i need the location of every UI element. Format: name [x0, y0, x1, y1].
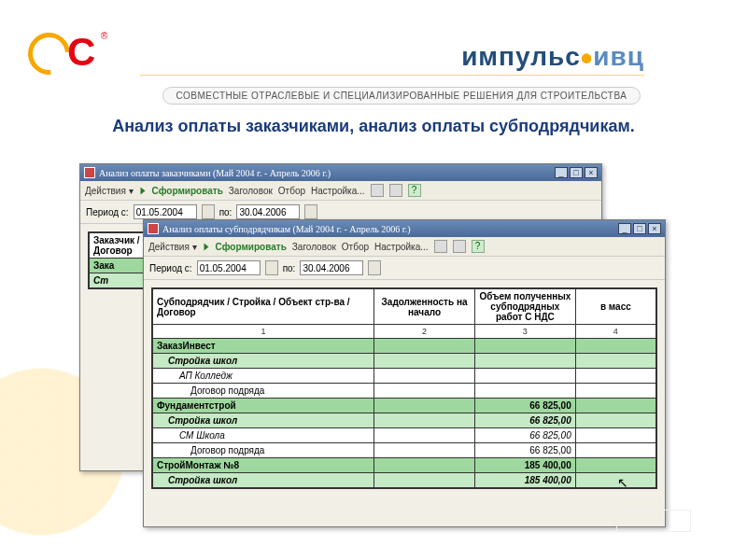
table-row[interactable]: Стройка школ — [153, 354, 656, 369]
actions-menu[interactable]: Действия ▾ — [85, 186, 134, 196]
minimize-button[interactable]: _ — [618, 223, 631, 234]
tool-icon[interactable] — [434, 240, 447, 253]
period-to-label: по: — [283, 263, 296, 273]
col-num: 3 — [474, 325, 575, 339]
date-picker-icon[interactable] — [304, 204, 317, 219]
report-grid: Субподрядчик / Стройка / Объект стр-ва /… — [151, 287, 657, 489]
table-row[interactable]: Стройка школ185 400,00 — [153, 473, 656, 488]
footer-slot — [616, 510, 691, 532]
header-link[interactable]: Заголовок — [292, 242, 336, 252]
table-row[interactable]: СтройМонтаж №8185 400,00 — [153, 458, 656, 473]
filter-link[interactable]: Отбор — [342, 242, 369, 252]
form-button[interactable]: Сформировать — [152, 186, 223, 196]
col-header: Субподрядчик / Стройка / Объект стр-ва /… — [153, 289, 374, 325]
date-picker-icon[interactable] — [202, 204, 215, 219]
table-row[interactable]: Договор подряда66 825,00 — [153, 443, 656, 458]
date-picker-icon[interactable] — [265, 260, 278, 275]
filter-link[interactable]: Отбор — [278, 186, 305, 196]
setup-link[interactable]: Настройка... — [311, 186, 365, 196]
app-icon — [84, 167, 95, 178]
date-from-input[interactable] — [197, 260, 261, 275]
table-row[interactable]: СМ Школа66 825,00 — [153, 428, 656, 443]
app-icon — [148, 223, 159, 234]
tool-icon[interactable] — [453, 240, 466, 253]
window-title: Анализ оплаты заказчиками (Май 2004 г. -… — [99, 168, 555, 178]
page-title: Анализ оплаты заказчиками, анализ оплаты… — [93, 117, 654, 136]
table-row[interactable]: Фундаментстрой66 825,00 — [153, 399, 656, 413]
titlebar[interactable]: Анализ оплаты субподрядчикам (Май 2004 г… — [144, 220, 665, 237]
brand-text: импульс•ивц — [461, 42, 644, 72]
actions-menu[interactable]: Действия ▾ — [148, 242, 197, 252]
cursor-icon: ↖ — [617, 475, 628, 489]
tagline: СОВМЕСТНЫЕ ОТРАСЛЕВЫЕ И СПЕЦИАЛИЗИРОВАНН… — [159, 86, 644, 105]
window-title: Анализ оплаты субподрядчикам (Май 2004 г… — [162, 224, 618, 234]
tool-icon[interactable] — [371, 184, 384, 197]
titlebar[interactable]: Анализ оплаты заказчиками (Май 2004 г. -… — [80, 164, 601, 181]
col-header: Объем полученных субподрядных работ С НД… — [474, 289, 575, 325]
maximize-button[interactable]: □ — [633, 223, 646, 234]
col-header: в масс — [575, 289, 655, 325]
setup-link[interactable]: Настройка... — [374, 242, 429, 252]
play-icon — [204, 243, 208, 250]
maximize-button[interactable]: □ — [570, 167, 583, 178]
period-from-label: Период с: — [149, 263, 192, 273]
table-row[interactable]: ЗаказИнвест — [153, 339, 656, 354]
help-icon[interactable]: ? — [472, 240, 485, 253]
col-num: 1 — [153, 325, 374, 339]
toolbar: Действия ▾ Сформировать Заголовок Отбор … — [144, 237, 665, 257]
table-row[interactable]: Стройка школ66 825,00 — [153, 413, 656, 428]
minimize-button[interactable]: _ — [555, 167, 568, 178]
toolbar: Действия ▾ Сформировать Заголовок Отбор … — [80, 181, 601, 201]
col-num: 2 — [374, 325, 475, 339]
date-to-input[interactable] — [236, 204, 300, 219]
date-from-input[interactable] — [134, 204, 197, 219]
table-row[interactable]: АП Колледж — [153, 369, 656, 384]
help-icon[interactable]: ? — [408, 184, 421, 197]
date-picker-icon[interactable] — [368, 260, 381, 275]
table-row[interactable]: Договор подряда — [153, 384, 656, 399]
play-icon — [140, 187, 145, 194]
window-subcontractors: Анализ оплаты субподрядчикам (Май 2004 г… — [143, 219, 666, 527]
tool-icon[interactable] — [389, 184, 402, 197]
period-to-label: по: — [219, 207, 233, 217]
close-button[interactable]: × — [585, 167, 598, 178]
date-to-input[interactable] — [300, 260, 363, 275]
period-bar: Период с: по: — [144, 257, 665, 280]
col-header: Задолженность на начало — [374, 289, 475, 325]
close-button[interactable]: × — [648, 223, 661, 234]
form-button[interactable]: Сформировать — [216, 242, 287, 252]
header-link[interactable]: Заголовок — [229, 186, 273, 196]
logo-1c: С ® — [28, 28, 112, 84]
period-from-label: Период с: — [86, 207, 129, 217]
divider — [140, 75, 644, 76]
col-num: 4 — [575, 325, 655, 339]
